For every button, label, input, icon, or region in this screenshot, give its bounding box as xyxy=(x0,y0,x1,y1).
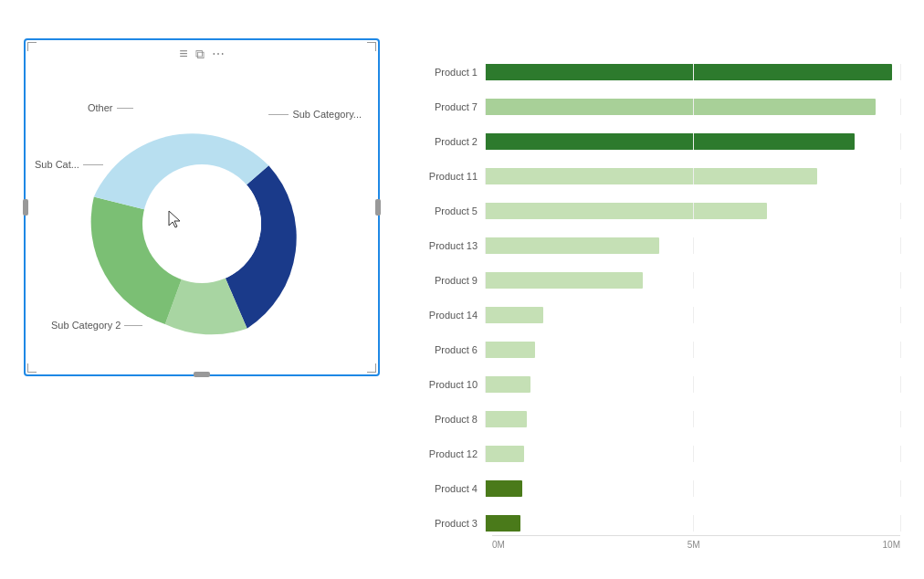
bar-row-label: Product 4 xyxy=(416,483,485,494)
grid-line xyxy=(693,64,694,80)
bar-row-label: Product 9 xyxy=(416,275,485,286)
label-line-subcategory2 xyxy=(124,325,142,326)
grid-line xyxy=(485,480,486,497)
bar-row-label: Product 13 xyxy=(416,240,485,251)
grid-line xyxy=(485,99,486,115)
bar-row-track xyxy=(485,446,900,462)
grid-line xyxy=(693,411,694,427)
axis-label: 10M xyxy=(883,540,900,550)
label-text-subcategory: Sub Category... xyxy=(292,109,362,120)
grid-line xyxy=(693,272,694,289)
grid-line xyxy=(693,133,694,150)
bar-row: Product 5 xyxy=(416,199,900,223)
bar-row-label: Product 8 xyxy=(416,414,485,425)
corner-br xyxy=(367,363,376,373)
main-container: ≡ ⧉ ⋯ xyxy=(15,20,909,559)
grid-line xyxy=(900,64,901,80)
bar-axis: 0M5M10M xyxy=(492,535,900,550)
bar-row: Product 6 xyxy=(416,338,900,362)
grid-line xyxy=(485,342,486,358)
bar-row-track xyxy=(485,411,900,427)
label-subcategory2: Sub Category 2 xyxy=(51,320,142,331)
axis-label: 0M xyxy=(492,540,505,550)
bar-row-label: Product 14 xyxy=(416,310,485,321)
grid-line xyxy=(900,446,901,462)
bar-row: Product 9 xyxy=(416,268,900,292)
bar-fill xyxy=(485,168,817,184)
label-subcategory-main: Sub Category... xyxy=(268,109,362,120)
menu-icon[interactable]: ≡ xyxy=(179,46,187,62)
bar-fill xyxy=(485,480,522,497)
bar-row-track xyxy=(485,99,900,115)
grid-line xyxy=(693,376,694,393)
bar-row: Product 13 xyxy=(416,234,900,258)
bar-row: Product 2 xyxy=(416,130,900,153)
grid-line xyxy=(900,307,901,323)
bar-fill xyxy=(485,342,535,358)
bar-row-label: Product 10 xyxy=(416,379,485,390)
bar-chart-panel: Product 1Product 7Product 2Product 11Pro… xyxy=(407,38,900,559)
label-text-subcategory2: Sub Category 2 xyxy=(51,320,121,331)
handle-bottom[interactable] xyxy=(194,372,210,377)
label-other: Other xyxy=(88,102,133,113)
grid-line xyxy=(485,446,486,462)
bar-fill xyxy=(485,203,767,219)
grid-line xyxy=(693,446,694,462)
bar-fill xyxy=(485,411,527,427)
bar-row-track xyxy=(485,203,900,219)
bar-row-track xyxy=(485,515,900,532)
bar-row: Product 7 xyxy=(416,95,900,119)
bar-fill xyxy=(485,376,530,393)
grid-line xyxy=(693,515,694,532)
bar-row-label: Product 2 xyxy=(416,136,485,147)
bar-fill xyxy=(485,272,643,289)
bar-fill xyxy=(485,99,876,115)
grid-line xyxy=(485,515,486,532)
more-icon[interactable]: ⋯ xyxy=(212,47,225,61)
bar-row-track xyxy=(485,480,900,497)
bar-chart-area: Product 1Product 7Product 2Product 11Pro… xyxy=(416,60,900,550)
grid-line xyxy=(485,376,486,393)
bar-row: Product 12 xyxy=(416,442,900,466)
bar-row: Product 11 xyxy=(416,164,900,188)
grid-line xyxy=(900,342,901,358)
bar-row: Product 10 xyxy=(416,373,900,396)
grid-line xyxy=(485,237,486,254)
grid-line xyxy=(485,168,486,184)
bar-fill xyxy=(485,307,543,323)
bar-row: Product 8 xyxy=(416,407,900,431)
grid-line xyxy=(900,168,901,184)
grid-line xyxy=(485,64,486,80)
bar-row-track xyxy=(485,168,900,184)
bar-row: Product 3 xyxy=(416,511,900,535)
grid-line xyxy=(900,272,901,289)
grid-line xyxy=(693,168,694,184)
bar-row-track xyxy=(485,307,900,323)
bar-row-track xyxy=(485,342,900,358)
bar-fill xyxy=(485,237,659,254)
grid-line xyxy=(900,203,901,219)
bar-row-track xyxy=(485,133,900,150)
bar-row-label: Product 12 xyxy=(416,448,485,459)
grid-line xyxy=(900,376,901,393)
grid-line xyxy=(693,237,694,254)
grid-line xyxy=(900,133,901,150)
grid-line xyxy=(900,480,901,497)
bar-row-label: Product 6 xyxy=(416,344,485,355)
label-line-subcat xyxy=(83,164,103,165)
bar-rows: Product 1Product 7Product 2Product 11Pro… xyxy=(416,60,900,535)
bar-fill xyxy=(485,133,855,150)
expand-icon[interactable]: ⧉ xyxy=(195,47,205,62)
grid-line xyxy=(693,307,694,323)
grid-line xyxy=(693,480,694,497)
donut-hole-top xyxy=(142,164,261,283)
bar-row-label: Product 3 xyxy=(416,518,485,529)
grid-line xyxy=(485,272,486,289)
donut-chart-panel: ≡ ⧉ ⋯ xyxy=(24,38,380,376)
label-text-other: Other xyxy=(88,102,113,113)
grid-line xyxy=(900,99,901,115)
label-subcat: Sub Cat... xyxy=(35,159,103,170)
bar-row-label: Product 7 xyxy=(416,101,485,112)
grid-line xyxy=(693,203,694,219)
bar-fill xyxy=(485,64,892,80)
